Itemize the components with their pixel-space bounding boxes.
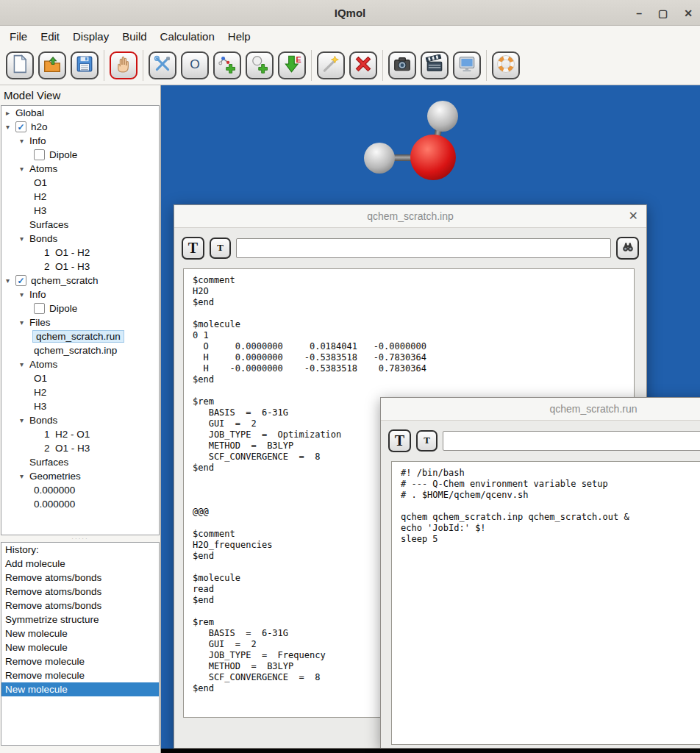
menu-file[interactable]: File [3,28,34,45]
full-screen-button[interactable] [453,51,481,79]
hydrogen-atom[interactable] [427,101,458,132]
tree-item-bonds[interactable]: ▾Bonds [1,232,159,246]
tree-item-label: H2 [34,191,46,202]
tree-item-h2[interactable]: H2 [1,385,159,399]
tree-item-0-000000[interactable]: 0.000000 [1,497,159,511]
history-item-remove-atoms-bonds[interactable]: Remove atoms/bonds [1,585,159,599]
find-button[interactable] [616,237,639,260]
tree-item-0-000000[interactable]: 0.000000 [1,483,159,497]
expanded-arrow-icon[interactable]: ▾ [20,165,29,173]
delete-button[interactable] [349,51,377,79]
run-window-titlebar[interactable]: qchem_scratch.run [381,398,700,421]
tree-item-bonds[interactable]: ▾Bonds [1,413,159,427]
tree-item-qchem-scratch-run[interactable]: qchem_scratch.run [1,329,159,343]
font-smaller-button[interactable]: T [416,430,438,452]
run-text-editor[interactable]: #! /bin/bash # --- Q-Chem environment va… [391,461,700,745]
tree-item-qchem-scratch[interactable]: ▾✓qchem_scratch [1,274,159,288]
hydrogen-atom[interactable] [364,143,395,174]
expanded-arrow-icon[interactable]: ▾ [20,416,29,424]
menu-edit[interactable]: Edit [34,28,66,45]
manipulate-hand-button[interactable] [110,51,138,79]
expanded-arrow-icon[interactable]: ▾ [6,123,15,131]
tree-item-h3[interactable]: H3 [1,399,159,413]
oxygen-atom[interactable] [410,135,456,180]
checkbox-checked[interactable]: ✓ [15,275,26,286]
expanded-arrow-icon[interactable]: ▾ [20,472,29,480]
add-atom-button[interactable] [246,51,274,79]
tree-item-files[interactable]: ▾Files [1,315,159,329]
help-button[interactable] [492,51,520,79]
tree-item-2-o1-h3[interactable]: 2 O1 - H3 [1,260,159,274]
tree-item-global[interactable]: ▸Global [1,106,159,120]
tree-item-h2o[interactable]: ▾✓h2o [1,120,159,134]
delete-x-icon [354,54,373,76]
add-fragment-button[interactable] [213,51,241,79]
history-item-remove-atoms-bonds[interactable]: Remove atoms/bonds [1,599,159,613]
save-file-button[interactable] [71,51,99,79]
history-item-new-molecule[interactable]: New molecule [1,627,159,640]
new-file-button[interactable] [6,51,34,79]
svg-text:E: E [296,55,301,64]
expanded-arrow-icon[interactable]: ▾ [20,137,29,145]
tree-item-atoms[interactable]: ▾Atoms [1,357,159,371]
font-bigger-button[interactable]: T [388,429,411,452]
tree-item-1-h2-o1[interactable]: 1 H2 - O1 [1,427,159,441]
checkbox-checked[interactable]: ✓ [15,121,26,132]
history-item-remove-molecule[interactable]: Remove molecule [1,668,159,682]
tree-item-info[interactable]: ▾Info [1,288,159,301]
font-bigger-button[interactable]: T [182,237,204,260]
tree-item-o1[interactable]: O1 [1,371,159,385]
tree-item-dipole[interactable]: Dipole [1,301,159,315]
collapsed-arrow-icon[interactable]: ▸ [6,109,15,117]
minimize-energy-button[interactable]: E [278,51,306,79]
tree-item-geometries[interactable]: ▾Geometries [1,469,159,483]
history-item-add-molecule[interactable]: Add molecule [1,557,159,571]
menu-calculation[interactable]: Calculation [154,28,221,45]
history-item-new-molecule[interactable]: New molecule [1,682,159,696]
history-item-symmetrize-structure[interactable]: Symmetrize structure [1,613,159,627]
tree-item-o1[interactable]: O1 [1,176,159,190]
tree-item-qchem-scratch-inp[interactable]: qchem_scratch.inp [1,343,159,357]
tree-item-label: h2o [31,121,48,132]
menu-build[interactable]: Build [115,28,153,45]
menu-display[interactable]: Display [66,28,115,45]
app-titlebar[interactable]: IQmol – ▢ ✕ [0,0,700,26]
font-smaller-button[interactable]: T [210,238,231,259]
open-file-button[interactable] [38,51,66,79]
tree-item-surfaces[interactable]: Surfaces [1,218,159,232]
tree-item-info[interactable]: ▾Info [1,134,159,148]
checkbox-unchecked[interactable] [34,303,45,314]
tree-item-2-o1-h3[interactable]: 2 O1 - H3 [1,441,159,455]
history-item-new-molecule[interactable]: New molecule [1,640,159,654]
expanded-arrow-icon[interactable]: ▾ [6,276,15,285]
maximize-button[interactable]: ▢ [658,8,668,18]
tree-item-h2[interactable]: H2 [1,190,159,204]
inp-search-input[interactable] [236,238,611,258]
close-button[interactable]: ✕ [684,8,693,18]
history-item-remove-molecule[interactable]: Remove molecule [1,654,159,668]
checkbox-unchecked[interactable] [34,149,45,160]
record-animation-button[interactable] [421,51,449,79]
expanded-arrow-icon[interactable]: ▾ [20,235,29,243]
element-selector-button[interactable]: O [181,51,209,79]
tree-item-dipole[interactable]: Dipole [1,148,159,162]
magic-wand-button[interactable] [317,51,345,79]
menu-help[interactable]: Help [221,28,257,45]
minimize-button[interactable]: – [636,8,642,18]
build-tools-button[interactable] [149,51,176,79]
history-item-remove-atoms-bonds[interactable]: Remove atoms/bonds [1,571,159,585]
tree-item-h3[interactable]: H3 [1,204,159,218]
run-search-input[interactable] [443,431,700,451]
panel-splitter[interactable]: ····· [1,535,160,542]
expanded-arrow-icon[interactable]: ▾ [20,318,29,326]
tree-item-atoms[interactable]: ▾Atoms [1,162,159,176]
inp-close-icon[interactable]: ✕ [629,209,638,223]
inp-window-titlebar[interactable]: qchem_scratch.inp ✕ [174,205,646,228]
life-ring-icon [496,54,515,76]
camera-snapshot-button[interactable] [388,51,416,79]
tree-item-label: Atoms [29,163,57,174]
tree-item-surfaces[interactable]: Surfaces [1,455,159,469]
tree-item-1-o1-h2[interactable]: 1 O1 - H2 [1,246,159,260]
expanded-arrow-icon[interactable]: ▾ [20,360,29,368]
expanded-arrow-icon[interactable]: ▾ [20,290,29,299]
